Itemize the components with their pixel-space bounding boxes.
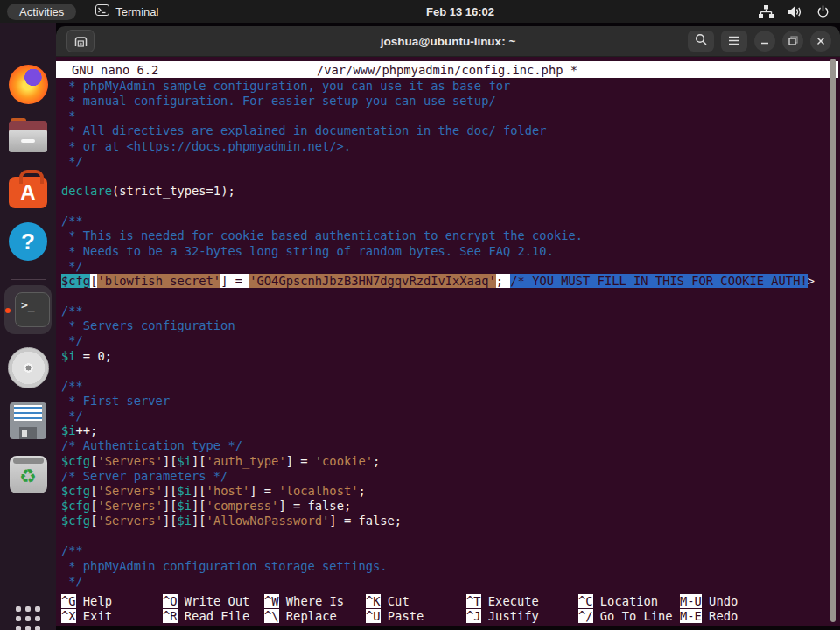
code-token: (strict_types=1);	[112, 184, 235, 198]
running-indicator-dot	[5, 308, 10, 313]
terminal-icon[interactable]: >_	[4, 285, 52, 334]
system-status-area[interactable]	[759, 0, 830, 23]
code-line: /**	[61, 543, 840, 558]
code-token: */	[61, 259, 83, 273]
question-mark-glyph: ?	[9, 222, 47, 261]
shortcut-label: Go To Line	[593, 609, 673, 623]
maximize-icon	[788, 33, 798, 49]
code-token: = 0;	[76, 349, 112, 363]
window-titlebar[interactable]: joshua@ubuntu-linux: ~	[56, 26, 840, 57]
dock: A ? >_ ♻	[0, 23, 56, 630]
shortcut-label: Redo	[702, 609, 738, 623]
code-token: $cfg	[61, 499, 90, 513]
code-line: * manual configuration. For easier setup…	[61, 94, 840, 108]
code-token: $i	[177, 454, 192, 468]
code-token: 'auth_type'	[206, 454, 286, 468]
menu-button[interactable]	[721, 31, 747, 52]
shortcut-location: ^C Location	[578, 594, 658, 609]
shortcut-exit: ^X Exit	[61, 609, 112, 624]
nano-editor[interactable]: GNU nano 6.2 /var/www/phpmyadmin/config.…	[56, 57, 840, 626]
terminal-mini-icon	[95, 4, 109, 18]
trash-icon[interactable]: ♻	[7, 453, 49, 495]
floppy-disk-icon[interactable]	[7, 400, 49, 442]
code-token: ] = false;	[329, 514, 402, 528]
shortcut-label: Execute	[481, 594, 539, 608]
shortcut-key: ^T	[466, 594, 481, 608]
desktop: Activities Terminal Feb 13 16:02 A	[0, 0, 840, 630]
new-tab-button[interactable]	[66, 30, 94, 52]
shortcut-label: Paste	[381, 609, 424, 623]
shortcut-label: Read File	[178, 609, 250, 623]
shortcut-write-out: ^O Write Out	[163, 594, 249, 609]
app-grid-button[interactable]	[13, 604, 43, 630]
terminal-window: joshua@ubuntu-linux: ~	[56, 26, 840, 626]
search-button[interactable]	[688, 31, 714, 52]
shortcut-execute: ^T Execute	[466, 594, 539, 609]
shortcut-key: ^J	[466, 609, 481, 623]
code-token: ;	[358, 484, 365, 498]
code-line: $cfg['Servers'][$i]['host'] = 'localhost…	[61, 484, 840, 499]
close-icon	[816, 33, 825, 49]
shortcut-key: M-E	[680, 609, 702, 623]
code-line: * phpMyAdmin sample configuration, you c…	[61, 79, 840, 94]
minimize-button[interactable]	[754, 31, 775, 52]
code-line: * All directives are explained in docume…	[61, 123, 840, 138]
code-line: /**	[61, 304, 840, 318]
firefox-icon[interactable]	[7, 63, 49, 105]
files-icon[interactable]	[7, 116, 49, 158]
shortcut-label: Undo	[702, 594, 738, 608]
code-line	[61, 199, 840, 214]
activities-button[interactable]: Activities	[7, 4, 76, 20]
code-token: $i	[177, 499, 192, 513]
code-line: */	[61, 333, 840, 348]
maximize-button[interactable]	[782, 31, 803, 52]
shortcut-key: ^C	[578, 594, 593, 608]
code-token: declare	[61, 184, 112, 198]
shortcut-key: ^U	[366, 609, 381, 623]
terminal-scrollbar[interactable]	[830, 59, 836, 622]
code-token: *	[61, 108, 76, 122]
code-token: /**	[61, 379, 83, 393]
shortcut-key: ^K	[366, 594, 381, 608]
code-token: 'GO4GpscnhJbzB3HN7dgqvRzdIvIxXaaq'	[249, 274, 495, 288]
code-line: /* Authentication type */	[61, 438, 840, 453]
close-button[interactable]	[810, 31, 831, 52]
shortcut-key: ^/	[578, 609, 593, 623]
code-token: $cfg	[61, 454, 90, 468]
code-token: 'cookie'	[315, 454, 373, 468]
shortcut-cut: ^K Cut	[366, 594, 410, 609]
code-token: ] =	[220, 274, 249, 288]
shortcut-key: ^\	[264, 609, 279, 623]
desktop-edge	[56, 626, 840, 630]
code-area[interactable]: * phpMyAdmin sample configuration, you c…	[61, 79, 840, 589]
app-menu-terminal[interactable]: Terminal	[95, 4, 158, 18]
shortcut-go-to-line: ^/ Go To Line	[578, 609, 673, 624]
code-line: $cfg['Servers'][$i]['AllowNoPassword'] =…	[61, 514, 840, 528]
nano-titlebar: GNU nano 6.2 /var/www/phpmyadmin/config.…	[56, 61, 838, 78]
shortcut-redo: M-E Redo	[680, 609, 738, 624]
nano-shortcut-bar: ^G Help^X Exit^O Write Out^R Read File^W…	[61, 594, 840, 626]
code-line: */	[61, 154, 840, 169]
code-token: ] = false;	[278, 499, 351, 513]
code-token: 'blowfish_secret'	[97, 274, 220, 288]
code-line: declare(strict_types=1);	[61, 184, 840, 199]
code-token: /* YOU MUST FILL IN THIS FOR COOKIE AUTH…	[510, 274, 807, 288]
code-token: /**	[61, 304, 83, 318]
code-token: $cfg	[61, 484, 90, 498]
ubuntu-software-icon[interactable]: A	[7, 168, 49, 210]
code-token: */	[61, 574, 83, 588]
firefox-logo	[9, 65, 48, 104]
shortcut-label: Exit	[76, 609, 112, 623]
code-line: $i = 0;	[61, 349, 840, 364]
code-line: * First server	[61, 394, 840, 409]
code-token: ][	[192, 484, 206, 498]
code-line: * This is needed for cookie based authen…	[61, 228, 840, 243]
code-line: * Needs to be a 32-bytes long string of …	[61, 244, 840, 259]
code-token: */	[61, 333, 83, 347]
clock[interactable]: Feb 13 16:02	[426, 0, 494, 23]
cd-disk-icon[interactable]	[7, 346, 49, 388]
code-token: * Needs to be a 32-bytes long string of …	[61, 244, 554, 258]
shortcut-label: Where Is	[279, 594, 345, 608]
code-token: * First server	[61, 394, 170, 408]
help-icon[interactable]: ?	[7, 220, 49, 262]
